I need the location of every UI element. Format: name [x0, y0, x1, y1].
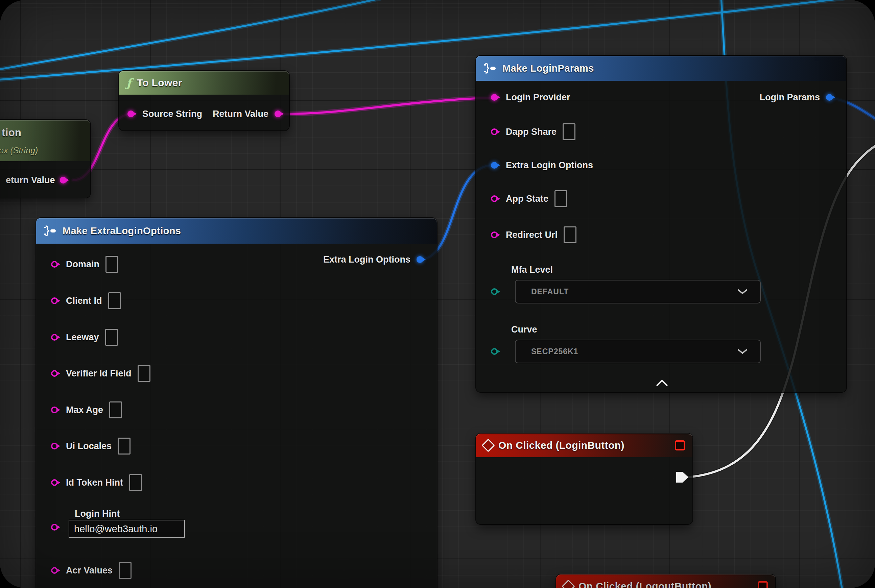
mfa-level-label: Mfa Level [511, 265, 553, 275]
string-pin[interactable] [51, 523, 60, 532]
checkbox[interactable] [564, 226, 576, 243]
struct-pin-output[interactable] [826, 93, 835, 102]
pin-label: Domain [66, 259, 99, 270]
node-title: Make ExtraLoginOptions [63, 225, 181, 237]
pin-row-client-id: Client Id [51, 292, 121, 309]
pin-row-login-provider: Login Provider [491, 89, 570, 105]
node-title: On Clicked (LogoutButton) [579, 580, 711, 588]
pin-row-mfa-level [491, 284, 500, 300]
enum-pin[interactable] [491, 347, 500, 356]
login-hint-input[interactable] [69, 520, 185, 538]
pin-label: Extra Login Options [506, 160, 593, 171]
curve-label: Curve [511, 324, 537, 335]
pin-label: Acr Values [66, 566, 113, 576]
pin-row-login-hint [51, 519, 60, 535]
login-hint-label: Login Hint [75, 508, 120, 519]
pin-row-verifier-id-field: Verifier Id Field [51, 365, 150, 381]
checkbox[interactable] [138, 365, 150, 382]
checkbox[interactable] [105, 256, 118, 273]
checkbox[interactable] [105, 329, 118, 346]
mfa-level-dropdown[interactable]: DEFAULT [515, 280, 761, 303]
struct-pin-output[interactable] [416, 255, 425, 264]
pin-label: Id Token Hint [66, 477, 123, 488]
wire-string-tolower-to-loginprovider [278, 98, 490, 114]
string-pin[interactable] [51, 333, 60, 342]
string-pin-return-value[interactable] [275, 110, 283, 118]
pin-row-app-state: App State [491, 190, 567, 207]
pin-label: Return Value [213, 109, 268, 119]
node-make-extra-login-options[interactable]: Make ExtraLoginOptions Extra Login Optio… [36, 218, 437, 588]
pin-row-max-age: Max Age [51, 402, 122, 418]
pin-label: Verifier Id Field [66, 368, 132, 379]
pin-label: Max Age [66, 405, 103, 416]
struct-pin-extra-login-options[interactable] [491, 161, 500, 170]
string-pin[interactable] [51, 405, 60, 414]
pin-row-extra-login-options-in: Extra Login Options [491, 157, 593, 173]
node-title: On Clicked (LoginButton) [498, 440, 624, 451]
node-clipped-function-header[interactable]: tion ox (String) [0, 120, 90, 161]
exec-pin-output[interactable] [676, 472, 689, 483]
checkbox[interactable] [119, 562, 132, 579]
pin-label: Source String [142, 109, 202, 119]
node-make-extra-login-options-header[interactable]: Make ExtraLoginOptions [36, 218, 437, 244]
pin-label: eturn Value [6, 175, 55, 186]
pin-row-id-token-hint: Id Token Hint [51, 474, 142, 490]
checkbox[interactable] [129, 474, 142, 491]
node-title: To Lower [137, 77, 182, 88]
pin-row-ui-locales: Ui Locales [51, 438, 131, 454]
node-to-lower[interactable]: ƒ To Lower Source String Return Value [119, 71, 289, 130]
node-on-clicked-loginbutton[interactable]: On Clicked (LoginButton) [476, 434, 692, 524]
pin-label: Login Provider [506, 92, 570, 103]
string-pin-output[interactable] [60, 176, 69, 184]
node-on-clicked-logoutbutton[interactable]: On Clicked (LogoutButton) [556, 574, 775, 588]
pin-row-login-params-out: Login Params [759, 89, 835, 105]
delegate-pin[interactable] [758, 581, 768, 588]
pin-label: App State [506, 194, 549, 204]
string-pin[interactable] [491, 231, 500, 239]
checkbox[interactable] [562, 123, 576, 140]
node-to-lower-header[interactable]: ƒ To Lower [119, 71, 289, 94]
node-title-fragment: tion [2, 127, 21, 139]
node-on-clicked-loginbutton-header[interactable]: On Clicked (LoginButton) [476, 434, 692, 457]
curve-dropdown[interactable]: SECP256K1 [515, 340, 761, 363]
string-pin[interactable] [51, 478, 60, 487]
pin-row-curve [491, 344, 500, 360]
pin-row-domain: Domain [51, 256, 118, 272]
node-make-login-params-header[interactable]: Make LoginParams [476, 56, 846, 81]
pin-row-extra-login-options-out: Extra Login Options [323, 251, 425, 268]
string-pin-login-provider[interactable] [491, 93, 500, 102]
node-title: Make LoginParams [502, 63, 594, 74]
enum-pin[interactable] [491, 287, 500, 296]
string-pin[interactable] [491, 128, 500, 136]
string-pin[interactable] [51, 296, 60, 305]
blueprint-graph-canvas[interactable]: tion ox (String) eturn Value ƒ To Lower … [0, 0, 875, 588]
checkbox[interactable] [555, 190, 567, 207]
make-struct-icon [484, 62, 497, 74]
node-on-clicked-logoutbutton-header[interactable]: On Clicked (LogoutButton) [556, 574, 775, 588]
string-pin-source-string[interactable] [128, 110, 136, 118]
pin-row-redirect-url: Redirect Url [491, 227, 576, 243]
string-pin[interactable] [51, 260, 60, 268]
pin-label: Ui Locales [66, 441, 111, 452]
event-diamond-icon [481, 439, 495, 452]
string-pin[interactable] [491, 194, 500, 203]
chevron-down-icon [738, 289, 747, 294]
pin-row-return-value: Return Value [213, 106, 283, 122]
collapse-node-chevron-icon[interactable] [656, 380, 668, 386]
checkbox[interactable] [109, 402, 122, 418]
string-pin[interactable] [51, 442, 60, 450]
string-pin[interactable] [51, 369, 60, 378]
checkbox[interactable] [118, 438, 131, 454]
pin-label: Redirect Url [506, 230, 558, 240]
make-struct-icon [44, 225, 57, 237]
curve-value: SECP256K1 [531, 347, 578, 356]
node-make-login-params[interactable]: Make LoginParams Login Provider Login Pa… [476, 56, 846, 392]
delegate-pin[interactable] [675, 440, 685, 450]
node-clipped-function[interactable]: tion ox (String) eturn Value [0, 120, 90, 198]
node-subtitle-fragment: ox (String) [0, 146, 38, 156]
checkbox[interactable] [108, 292, 121, 309]
pin-row-leeway: Leeway [51, 329, 118, 345]
pin-label: Client Id [66, 296, 102, 306]
string-pin[interactable] [51, 566, 60, 575]
pin-row-source-string: Source String [128, 106, 202, 122]
